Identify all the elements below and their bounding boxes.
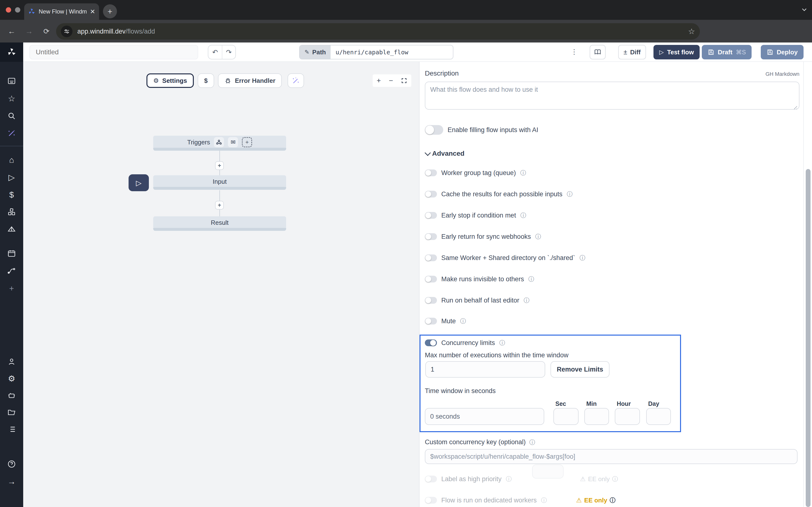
info-icon[interactable]: ⓘ (567, 190, 572, 198)
settings-tab-button[interactable]: ⚙ Settings (146, 73, 194, 88)
info-icon[interactable]: ⓘ (460, 317, 466, 325)
time-window-input[interactable] (425, 408, 544, 425)
info-icon[interactable]: ⓘ (610, 496, 615, 504)
worker-group-toggle[interactable] (425, 169, 437, 176)
tab-search-chevron-icon[interactable] (801, 7, 807, 12)
flow-canvas[interactable]: ⚙ Settings $ Error Handler + − Triggers … (23, 62, 419, 507)
variables-icon[interactable]: $ (6, 189, 17, 201)
run-on-behalf-toggle[interactable] (425, 297, 437, 304)
info-icon[interactable]: ⓘ (529, 439, 535, 445)
ai-flow-button[interactable] (288, 73, 304, 88)
back-icon[interactable]: ← (6, 27, 17, 36)
workers-icon[interactable] (6, 390, 17, 401)
info-icon[interactable]: ⓘ (506, 475, 512, 483)
ai-inputs-toggle[interactable] (425, 125, 443, 135)
info-icon[interactable]: ⓘ (541, 496, 547, 504)
advanced-section-header[interactable]: Advanced (425, 150, 464, 157)
result-node[interactable]: Result (153, 216, 286, 229)
same-worker-toggle[interactable] (425, 255, 437, 261)
reload-icon[interactable]: ⟳ (41, 27, 52, 36)
triggers-node[interactable]: Triggers ✉ + (153, 136, 286, 149)
max-executions-input[interactable] (425, 361, 545, 378)
invisible-runs-toggle[interactable] (425, 276, 437, 282)
close-window-button[interactable] (6, 7, 11, 12)
resources-icon[interactable] (6, 206, 17, 218)
save-icon (708, 49, 714, 56)
diff-button[interactable]: ± Diff (618, 45, 646, 59)
static-inputs-button[interactable]: $ (198, 73, 214, 88)
add-icon[interactable]: + (6, 282, 17, 294)
redo-icon[interactable]: ↷ (222, 45, 236, 59)
webhook-icon[interactable] (214, 137, 224, 147)
min-input[interactable] (585, 408, 609, 425)
gear-icon: ⚙ (153, 77, 159, 84)
custom-key-input[interactable] (425, 449, 798, 464)
docs-button[interactable] (590, 45, 606, 59)
flow-name-input[interactable] (30, 45, 198, 59)
cache-results-toggle[interactable] (425, 191, 437, 198)
settings-icon[interactable]: ⚙ (6, 373, 17, 384)
user-icon[interactable] (6, 356, 17, 368)
deploy-button[interactable]: Deploy (761, 45, 804, 59)
panel-scrollbar[interactable] (806, 169, 811, 507)
mail-trigger-icon[interactable]: ✉ (228, 137, 238, 147)
info-icon[interactable]: ⓘ (535, 233, 541, 240)
info-icon[interactable]: ⓘ (520, 169, 526, 177)
description-textarea[interactable] (425, 81, 800, 110)
high-priority-toggle[interactable] (425, 475, 437, 483)
info-icon[interactable]: ⓘ (528, 275, 534, 283)
sec-input[interactable] (553, 408, 578, 425)
mute-toggle[interactable] (425, 318, 437, 325)
logs-icon[interactable] (6, 424, 17, 435)
zoom-out-icon[interactable]: − (389, 76, 393, 85)
info-icon[interactable]: ⓘ (499, 339, 505, 347)
undo-icon[interactable]: ↶ (208, 45, 222, 59)
input-node[interactable]: Input (153, 175, 286, 188)
hour-input[interactable] (615, 408, 640, 425)
draft-button[interactable]: Draft ⌘S (702, 45, 752, 59)
search-icon[interactable] (6, 110, 17, 122)
fit-view-icon[interactable] (401, 77, 407, 84)
collapse-sidebar-icon[interactable]: → (6, 475, 17, 487)
dedicated-workers-toggle[interactable] (425, 497, 437, 504)
test-flow-button[interactable]: ▷ Test flow (654, 45, 700, 59)
favorites-icon[interactable]: ☆ (6, 93, 17, 104)
error-handler-button[interactable]: Error Handler (218, 73, 282, 88)
info-icon[interactable]: ⓘ (579, 254, 585, 262)
remove-limits-button[interactable]: Remove Limits (551, 361, 609, 378)
schedules-icon[interactable] (6, 248, 17, 259)
ai-wand-icon[interactable] (6, 127, 17, 139)
early-stop-toggle[interactable] (425, 212, 437, 219)
info-icon[interactable]: ⓘ (524, 296, 529, 304)
tab-close-icon[interactable]: ✕ (90, 8, 95, 15)
early-return-row: Early return for sync webhooks ⓘ (425, 233, 541, 240)
run-flow-button[interactable]: ▷ (129, 174, 149, 191)
zoom-in-icon[interactable]: + (376, 76, 381, 85)
address-bar[interactable]: app.windmill.dev/flows/add ☆ (56, 23, 700, 40)
workspace-icon[interactable] (6, 75, 17, 87)
path-input[interactable] (331, 45, 453, 59)
same-worker-row: Same Worker + Shared directory on `./sha… (425, 254, 585, 262)
help-icon[interactable] (6, 458, 17, 470)
day-input[interactable] (646, 408, 671, 425)
early-return-toggle[interactable] (425, 233, 437, 240)
home-icon[interactable]: ⌂ (6, 154, 17, 166)
cache-results-row: Cache the results for each possible inpu… (425, 190, 572, 198)
site-settings-icon[interactable] (61, 25, 72, 37)
new-tab-button[interactable]: + (103, 4, 117, 18)
concurrency-toggle[interactable] (425, 339, 437, 346)
add-trigger-button[interactable]: + (242, 137, 252, 147)
runs-icon[interactable]: ▷ (6, 171, 17, 183)
insert-step-button[interactable]: + (215, 161, 224, 170)
forward-icon[interactable]: → (23, 27, 35, 36)
minimize-window-button[interactable] (15, 7, 20, 12)
insert-step-button[interactable]: + (215, 201, 224, 210)
triggers-icon[interactable] (6, 224, 17, 235)
folders-icon[interactable] (6, 406, 17, 418)
info-icon[interactable]: ⓘ (520, 212, 526, 219)
more-options-icon[interactable]: ⋮ (571, 48, 577, 56)
windmill-logo[interactable] (0, 43, 23, 62)
bookmark-star-icon[interactable]: ☆ (688, 27, 695, 36)
flows-icon[interactable] (6, 265, 17, 277)
browser-tab[interactable]: New Flow | Windmill ✕ (24, 3, 99, 20)
